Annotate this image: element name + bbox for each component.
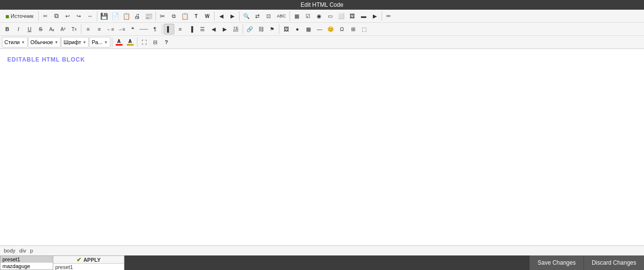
- indent-increase-btn[interactable]: →≡: [116, 24, 127, 34]
- editable-label: EDITABLE HTML BLOCK: [7, 56, 85, 63]
- tb-sep: [97, 11, 97, 21]
- table2-btn[interactable]: ▦: [303, 24, 314, 34]
- apply-btn[interactable]: ✔ APPLY: [53, 256, 124, 264]
- templates-btn[interactable]: 📋: [121, 11, 132, 21]
- remove-format-btn[interactable]: Tx: [69, 24, 79, 34]
- copy-format-btn[interactable]: ⧉: [51, 11, 62, 21]
- toolbar-row-3: Стили ▼ Обычное ▼ Шрифт ▼ Ра... ▼ A A ⛶ …: [0, 36, 644, 48]
- divider-btn[interactable]: ——: [138, 24, 149, 34]
- omega-btn[interactable]: Ω: [337, 24, 347, 34]
- preset-item-1[interactable]: preset1: [0, 256, 53, 263]
- paste-word-btn[interactable]: W: [202, 11, 213, 21]
- cut2-btn[interactable]: ✂: [157, 11, 168, 21]
- bold-btn[interactable]: B: [2, 24, 13, 34]
- unordered-list-btn[interactable]: ≡: [94, 24, 105, 34]
- align-center-btn[interactable]: ≡: [175, 24, 185, 34]
- paste-text-btn[interactable]: T: [191, 11, 201, 21]
- bg-color-btn[interactable]: A: [125, 37, 136, 48]
- apply-input[interactable]: [53, 264, 124, 270]
- toolbar-area: ◼ Источник ✂ ⧉ ↩ ↪ ↔ 💾 📄 📋 🖨 📰 ✂ ⧉ 📋 T W…: [0, 10, 644, 49]
- size-dropdown[interactable]: Ра... ▼: [89, 37, 110, 48]
- status-body[interactable]: body: [3, 247, 16, 254]
- font-color-bar: [116, 44, 123, 46]
- preset-list[interactable]: preset1 mazdaguge mazdapassword: [0, 255, 53, 270]
- language-btn[interactable]: 語: [230, 24, 241, 34]
- tb-sep: [239, 11, 240, 21]
- link-btn[interactable]: ↔: [85, 11, 95, 21]
- media-btn[interactable]: ▶: [369, 11, 380, 21]
- radio-btn[interactable]: ◉: [314, 11, 324, 21]
- tb-sep: [214, 11, 215, 21]
- tb-sep: [81, 24, 81, 34]
- discard-changes-btn[interactable]: Discard Changes: [583, 255, 644, 270]
- next-btn[interactable]: ▶: [227, 11, 238, 21]
- show-blocks-btn[interactable]: ⊟: [150, 37, 161, 48]
- emoji-btn[interactable]: 😊: [325, 24, 336, 34]
- cut-btn[interactable]: ✂: [40, 11, 51, 21]
- print-btn[interactable]: 🖨: [132, 11, 143, 21]
- copy2-btn[interactable]: ⧉: [169, 11, 179, 21]
- align-right2-btn[interactable]: ▶: [219, 24, 230, 34]
- replace-btn[interactable]: ⇄: [252, 11, 263, 21]
- table-btn[interactable]: ▦: [291, 11, 302, 21]
- flash-btn[interactable]: ▬: [358, 11, 369, 21]
- chevron-down-icon: ▼: [54, 40, 58, 45]
- find-btn[interactable]: 🔍: [241, 11, 252, 21]
- select-all-btn[interactable]: ⊡: [263, 11, 274, 21]
- unlink-btn[interactable]: ⛓: [256, 24, 266, 34]
- fullscreen-btn[interactable]: ⛶: [139, 37, 150, 48]
- bottom-bar: preset1 mazdaguge mazdapassword ✔ APPLY …: [0, 255, 644, 270]
- image-btn[interactable]: 🖼: [281, 24, 291, 34]
- text-box-btn[interactable]: ▭: [325, 11, 336, 21]
- prev-btn[interactable]: ◀: [216, 11, 227, 21]
- preview-btn[interactable]: 📰: [143, 11, 154, 21]
- hrule-btn[interactable]: —: [314, 24, 325, 34]
- paste-btn[interactable]: 📋: [180, 11, 190, 21]
- indent-decrease-btn[interactable]: ←≡: [105, 24, 116, 34]
- select-btn[interactable]: ⬜: [336, 11, 347, 21]
- editor-area[interactable]: EDITABLE HTML BLOCK: [0, 49, 644, 245]
- styles-dropdown[interactable]: Стили ▼: [2, 37, 28, 48]
- tb-sep: [155, 11, 156, 21]
- subscript-btn[interactable]: A₂: [46, 24, 57, 34]
- preset-item-mazdaguge[interactable]: mazdaguge: [0, 263, 53, 270]
- font-dropdown[interactable]: Шрифт ▼: [61, 37, 89, 48]
- template2-btn[interactable]: ⊞: [348, 24, 358, 34]
- blockquote-btn[interactable]: ❝: [127, 24, 138, 34]
- paragraph-btn[interactable]: ¶: [150, 24, 160, 34]
- save-btn[interactable]: 💾: [99, 11, 109, 21]
- tb-sep: [279, 24, 279, 34]
- status-div[interactable]: div: [18, 247, 27, 254]
- align-left-btn[interactable]: ▌: [164, 24, 174, 34]
- save-changes-btn[interactable]: Save Changes: [529, 255, 583, 270]
- tb-sep: [162, 24, 162, 34]
- ordered-list-btn[interactable]: ≡: [83, 24, 93, 34]
- new-doc-btn[interactable]: 📄: [110, 11, 121, 21]
- tb-sep: [137, 37, 138, 47]
- status-p[interactable]: p: [29, 247, 34, 254]
- hyperlink-btn[interactable]: 🔗: [245, 24, 255, 34]
- checkbox-btn[interactable]: ☑: [303, 11, 313, 21]
- title-text: Edit HTML Code: [301, 1, 343, 8]
- tb-sep: [38, 11, 39, 21]
- superscript-btn[interactable]: A²: [58, 24, 68, 34]
- undo-btn[interactable]: ↩: [62, 11, 73, 21]
- image2-btn[interactable]: 🖼: [347, 11, 358, 21]
- anchor-btn[interactable]: ⚑: [267, 24, 277, 34]
- action-buttons: Save Changes Discard Changes: [529, 255, 644, 270]
- font-color-btn[interactable]: A: [114, 37, 124, 48]
- source-btn[interactable]: ◼ Источник: [2, 11, 37, 21]
- format-dropdown[interactable]: Обычное ▼: [28, 37, 61, 48]
- align-right-btn[interactable]: ▐: [186, 24, 197, 34]
- spellcheck-btn[interactable]: ABC: [275, 11, 288, 21]
- align-left2-btn[interactable]: ◀: [208, 24, 219, 34]
- help-btn[interactable]: ?: [161, 37, 172, 48]
- iframe-btn[interactable]: ⬚: [359, 24, 369, 34]
- redo-btn[interactable]: ↪: [74, 11, 84, 21]
- edit-source-btn[interactable]: ✏: [383, 11, 394, 21]
- flash2-btn[interactable]: ●: [292, 24, 303, 34]
- italic-btn[interactable]: I: [13, 24, 24, 34]
- align-justify-btn[interactable]: ☰: [197, 24, 208, 34]
- strikethrough-btn[interactable]: S: [35, 24, 46, 34]
- underline-btn[interactable]: U: [24, 24, 35, 34]
